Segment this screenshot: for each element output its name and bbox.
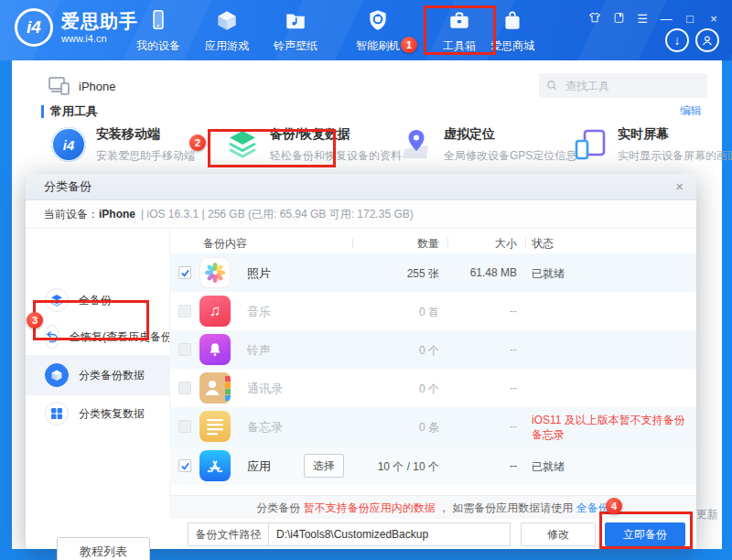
maximize-button[interactable]: □ bbox=[683, 13, 697, 26]
modify-path-button[interactable]: 修改 bbox=[521, 522, 596, 546]
step-badge-1: 1 bbox=[401, 37, 417, 53]
grid-icon bbox=[45, 402, 69, 425]
top-navbar: i4 爱思助手 www.i4.cn 我的设备 应用游戏 铃声壁纸 bbox=[0, 0, 732, 60]
nav-item-ringtones[interactable]: 铃声壁纸 bbox=[263, 8, 328, 54]
ringtone-folder-icon bbox=[284, 8, 307, 32]
edit-link[interactable]: 编辑 bbox=[680, 103, 702, 119]
backup-path-input[interactable] bbox=[268, 522, 511, 546]
modal-device-info: 当前设备：iPhone| iOS 16.3.1 | 256 GB (已用: 65… bbox=[26, 200, 696, 229]
app-logo: i4 爱思助手 www.i4.cn bbox=[15, 8, 138, 47]
device-icon bbox=[48, 76, 70, 100]
music-app-icon: ♫ bbox=[199, 296, 231, 327]
step-badge-2: 2 bbox=[189, 135, 206, 151]
nav-item-apps-games[interactable]: 应用游戏 bbox=[194, 8, 260, 54]
cube-icon bbox=[215, 8, 239, 32]
tool-live-screen[interactable]: 实时屏幕 实时显示设备屏幕的画面 bbox=[572, 126, 732, 164]
table-row-photos: 照片 255 张 61.48 MB 已就绪 bbox=[169, 253, 696, 292]
table-row-music: ♫ 音乐 0 首 -- bbox=[169, 292, 696, 330]
tool-install-mobile[interactable]: i4 安装移动端 安装爱思助手移动端 bbox=[50, 126, 195, 164]
shopping-bag-icon bbox=[501, 8, 524, 32]
background-update-text: 更新 bbox=[696, 507, 718, 522]
notes-app-icon bbox=[199, 411, 231, 442]
minimize-button[interactable]: — bbox=[659, 13, 673, 26]
screen-mirror-icon bbox=[572, 126, 608, 163]
sidebar-item-full-backup[interactable]: 全备份 bbox=[26, 282, 169, 318]
sidebar-item-categorized-backup[interactable]: 分类备份数据 bbox=[26, 355, 169, 395]
table-row-apps: 应用 选择 10 个 / 10 个 -- 已就绪 bbox=[169, 447, 696, 485]
sidebar-item-full-restore[interactable]: 全恢复(查看历史备份) bbox=[26, 318, 169, 355]
modal-sidebar: 全备份 全恢复(查看历史备份) 分类备份数据 分类恢复数据 教程列表 bbox=[26, 229, 170, 549]
sidebar-item-categorized-restore[interactable]: 分类恢复数据 bbox=[26, 395, 169, 432]
checkbox-notes[interactable] bbox=[178, 420, 191, 433]
step-badge-4: 4 bbox=[606, 498, 622, 514]
close-button[interactable]: × bbox=[706, 13, 721, 26]
backup-path-label: 备份文件路径 bbox=[188, 522, 268, 546]
full-backup-link[interactable]: 全备份 bbox=[576, 501, 609, 516]
restore-arrow-icon bbox=[45, 325, 59, 349]
checkbox-photos[interactable] bbox=[178, 266, 191, 279]
table-row-ringtones: 铃声 0 个 -- bbox=[169, 330, 696, 369]
tutorial-list-button[interactable]: 教程列表 bbox=[57, 537, 150, 560]
checkbox-contacts[interactable] bbox=[178, 382, 191, 394]
step-badge-3: 3 bbox=[27, 312, 43, 328]
search-input[interactable] bbox=[564, 79, 695, 93]
layers-icon bbox=[45, 288, 69, 312]
backup-now-button[interactable]: 立即备份 bbox=[605, 522, 685, 546]
shield-refresh-icon bbox=[366, 8, 390, 32]
connected-device-name: iPhone bbox=[79, 80, 115, 93]
tool-backup-restore[interactable]: 备份/恢复数据 轻松备份和恢复设备的资料 bbox=[224, 126, 402, 164]
logo-i4-icon: i4 bbox=[15, 8, 53, 47]
cube-category-icon bbox=[45, 363, 69, 387]
modal-footer: 备份文件路径 修改 立即备份 bbox=[169, 519, 696, 549]
user-account-icon[interactable] bbox=[695, 28, 719, 52]
nav-item-store[interactable]: 爱思商城 bbox=[479, 8, 545, 54]
categorized-backup-modal: 分类备份 × 当前设备：iPhone| iOS 16.3.1 | 256 GB … bbox=[26, 174, 696, 549]
i4-mobile-icon: i4 bbox=[50, 126, 87, 163]
tool-virtual-location[interactable]: 虚拟定位 全局修改设备GPS定位信息 bbox=[398, 126, 576, 164]
nav-item-my-device[interactable]: 我的设备 bbox=[125, 8, 191, 54]
search-icon bbox=[546, 80, 558, 92]
phone-icon bbox=[146, 8, 170, 32]
checkbox-music[interactable] bbox=[178, 305, 191, 318]
notes-unsupported-warning: iOS11 及以上版本暂不支持备份备忘录 bbox=[532, 413, 689, 442]
modal-title: 分类备份 bbox=[44, 174, 92, 199]
menu-icon[interactable]: ☰ bbox=[635, 13, 650, 26]
map-pin-icon bbox=[398, 126, 435, 163]
photos-app-icon bbox=[199, 257, 231, 288]
checkbox-apps[interactable] bbox=[178, 459, 191, 472]
table-row-notes: 备忘录 0 条 -- iOS11 及以上版本暂不支持备份备忘录 bbox=[169, 407, 696, 447]
app-window: i4 爱思助手 www.i4.cn 我的设备 应用游戏 铃声壁纸 bbox=[0, 0, 732, 560]
table-header: 备份内容 数量 大小 状态 bbox=[169, 232, 696, 253]
notice-warning-text: 暂不支持备份应用内的数据 bbox=[304, 501, 436, 516]
skin-theme-icon[interactable] bbox=[587, 11, 602, 27]
section-accent-bar bbox=[41, 105, 44, 118]
section-header: 常用工具 bbox=[41, 103, 98, 120]
contacts-app-icon bbox=[199, 372, 231, 404]
checkbox-ringtones[interactable] bbox=[178, 343, 191, 356]
toolbox-icon bbox=[447, 8, 471, 32]
table-row-contacts: 通讯录 0 个 -- bbox=[169, 369, 696, 407]
section-title: 常用工具 bbox=[50, 103, 98, 120]
appstore-app-icon bbox=[199, 450, 231, 481]
modal-titlebar: 分类备份 × bbox=[26, 174, 696, 200]
backup-layers-icon bbox=[224, 126, 261, 163]
modal-close-icon[interactable]: × bbox=[675, 174, 684, 199]
notebook-icon[interactable] bbox=[611, 12, 626, 27]
tool-search[interactable] bbox=[539, 73, 707, 98]
download-icon[interactable]: ↓ bbox=[665, 28, 689, 52]
ringtone-bell-icon bbox=[199, 334, 231, 365]
